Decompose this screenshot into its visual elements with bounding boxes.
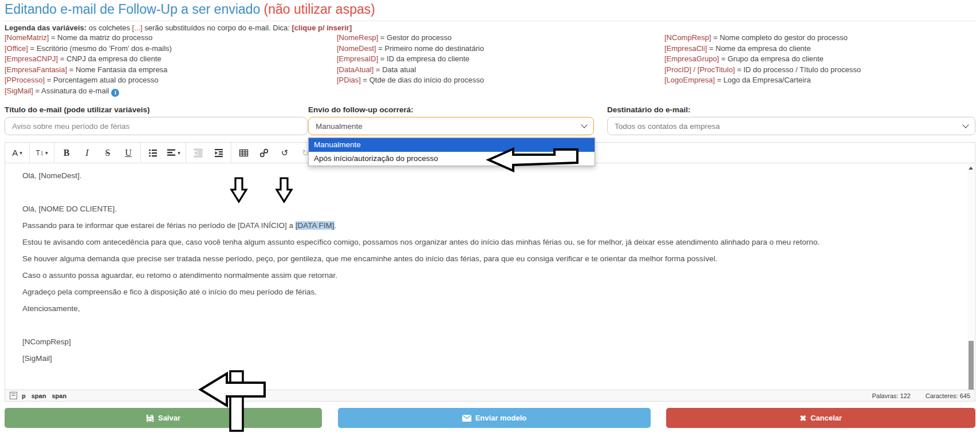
caret-down-icon: ▾ [178, 150, 180, 156]
brackets-token: [...] [132, 23, 143, 32]
legend-item: [SigMail] = Assinatura do e-maili [5, 86, 325, 97]
outdent-icon [194, 148, 203, 158]
legend-item: [DataAtual] = Data atual [337, 65, 655, 76]
legend-variable[interactable]: [DataAtual] [337, 65, 373, 74]
font-size-button[interactable]: T↕▾ [32, 143, 52, 163]
legend-item: [Office] = Escritório (mesmo do 'From' d… [5, 44, 325, 54]
editor-statusbar: p span span Palavras: 122 Caracteres: 64… [5, 390, 975, 401]
legend-item: [EmpresaID] = ID da empresa do cliente [337, 54, 655, 65]
legend-variable[interactable]: [PDias] [337, 76, 361, 84]
legend-variable[interactable]: [EmpresaCli] [664, 44, 707, 53]
link-icon [259, 148, 269, 158]
legend-column-2: [NomeResp] = Gestor do processo [NomeDes… [337, 33, 655, 86]
legend-variable[interactable]: [Office] [5, 44, 28, 53]
followup-trigger-select[interactable]: Manualmente [308, 117, 594, 135]
selected-text: [DATA FIM] [296, 221, 334, 230]
legend-item: [EmpresaFantasia] = Nome Fantasia da emp… [5, 65, 325, 76]
legend-item: [NomeMatriz] = Nome da matriz do process… [5, 33, 325, 44]
email-title-label: Título do e-mail (pode utilizar variávei… [5, 105, 150, 114]
empty-paragraph [22, 187, 952, 198]
scrollbar-thumb[interactable] [969, 341, 974, 390]
indent-icon [214, 148, 223, 158]
scroll-up-arrow[interactable] [967, 164, 974, 171]
chevron-down-icon [581, 121, 587, 128]
caret-down-icon: ▾ [19, 150, 22, 156]
editor-scrollbar[interactable] [967, 164, 974, 390]
click-to-insert-link[interactable]: [clique p/ inserir] [292, 23, 352, 32]
element-path-item[interactable]: span [32, 392, 46, 399]
cancel-button[interactable]: ✖ Cancelar [666, 408, 975, 428]
paragraph: Olá, [NOME DO CLIENTE]. [22, 203, 952, 215]
email-body-editor[interactable]: Olá, [NomeDest]. Olá, [NOME DO CLIENTE].… [5, 163, 975, 391]
legend-variable[interactable]: [EmpresaGrupo] [664, 54, 719, 63]
paragraph: Olá, [NomeDest]. [22, 170, 952, 182]
dropdown-option-apos-inicio[interactable]: Após início/autorização do processo [309, 152, 595, 166]
legend-column-3: [NCompResp] = Nome completo do gestor do… [664, 33, 977, 86]
paragraph: Agradeço pela compreensão e fico à dispo… [22, 286, 952, 298]
legend-intro: Legenda das variáveis: os colchetes [...… [5, 23, 352, 32]
indent-button[interactable] [208, 143, 229, 163]
outdent-button[interactable] [188, 143, 208, 163]
title-divider [5, 21, 975, 21]
recipient-select[interactable]: Todos os contatos da empresa [607, 117, 975, 135]
font-color-button[interactable]: A▾ [7, 143, 27, 163]
x-icon: ✖ [800, 414, 806, 423]
paragraph: Atenciosamente, [22, 303, 952, 315]
envelope-icon [462, 415, 471, 422]
align-left-icon [167, 148, 176, 158]
chevron-down-icon [962, 121, 969, 128]
legend-variable[interactable]: [SigMail] [5, 87, 33, 95]
paragraph: [NCompResp] [22, 336, 952, 348]
paragraph: Estou te avisando com antecedência para … [22, 237, 952, 248]
legend-item: [NomeResp] = Gestor do processo [337, 33, 655, 44]
legend-variable[interactable]: [EmpresaID] [337, 54, 378, 63]
element-path-item[interactable]: p [22, 392, 26, 399]
table-icon [239, 148, 249, 158]
paragraph: [SigMail] [22, 353, 952, 364]
legend-variable[interactable]: [NomeMatriz] [5, 33, 49, 42]
align-button[interactable]: ▾ [163, 143, 184, 163]
bold-button[interactable]: B [56, 143, 77, 163]
element-path-item[interactable]: span [52, 392, 66, 399]
legend-variable[interactable]: [ProcID] / [ProcTitulo] [664, 65, 735, 74]
legend-variable[interactable]: [NomeDest] [337, 44, 376, 53]
undo-button[interactable]: ↺ [274, 143, 295, 163]
email-title-input[interactable] [5, 117, 308, 135]
legend-item: [ProcID] / [ProcTitulo] = ID do processo… [664, 65, 977, 76]
info-icon[interactable]: i [111, 89, 119, 97]
send-template-button[interactable]: Enviar modelo [338, 408, 651, 428]
legend-item: [NomeDest] = Primeiro nome do destinatár… [337, 44, 655, 54]
link-button[interactable] [254, 143, 274, 163]
legend-item: [PProcesso] = Porcentagem atual do proce… [5, 75, 325, 86]
paragraph: Passando para te informar que estarei de… [22, 220, 952, 231]
save-button[interactable]: Salvar [5, 408, 322, 428]
element-path-icon [10, 392, 17, 399]
legend-item: [EmpresaCNPJ] = CNPJ da empresa do clien… [5, 54, 325, 65]
underline-button[interactable]: U [118, 143, 139, 163]
legend-variable[interactable]: [EmpresaCNPJ] [5, 54, 58, 63]
legend-variable[interactable]: [NCompResp] [664, 33, 711, 42]
list-icon [148, 148, 158, 158]
save-icon [146, 414, 154, 422]
recipient-label: Destinatário do e-mail: [607, 105, 691, 114]
legend-variable[interactable]: [LogoEmpresa] [664, 76, 715, 84]
table-button[interactable] [233, 143, 254, 163]
paragraph: Caso o assunto possa aguardar, eu retomo… [22, 270, 952, 281]
word-count: Palavras: 122 [872, 392, 910, 399]
caret-down-icon: ▾ [45, 150, 48, 156]
followup-email-editor-page: Editando e-mail de Follow-Up a ser envia… [0, 0, 980, 448]
legend-column-1: [NomeMatriz] = Nome da matriz do process… [5, 33, 325, 97]
legend-variable[interactable]: [EmpresaFantasia] [5, 65, 67, 74]
italic-button[interactable]: I [77, 143, 97, 163]
dropdown-option-manualmente[interactable]: Manualmente [309, 138, 595, 152]
followup-trigger-label: Envio do follow-up ocorrerá: [308, 105, 414, 114]
legend-variable[interactable]: [NomeResp] [337, 33, 378, 42]
page-title: Editando e-mail de Follow-Up a ser envia… [5, 2, 375, 17]
strikethrough-button[interactable]: S [97, 143, 118, 163]
legend-item: [EmpresaGrupo] = Grupo da empresa do cli… [664, 54, 977, 65]
legend-item: [PDias] = Qtde de dias do início do proc… [337, 75, 655, 86]
legend-item: [NCompResp] = Nome completo do gestor do… [664, 33, 977, 44]
legend-variable[interactable]: [PProcesso] [5, 76, 45, 84]
legend-item: [LogoEmpresa] = Logo da Empresa/Carteira [664, 75, 977, 86]
unordered-list-button[interactable] [143, 143, 163, 163]
